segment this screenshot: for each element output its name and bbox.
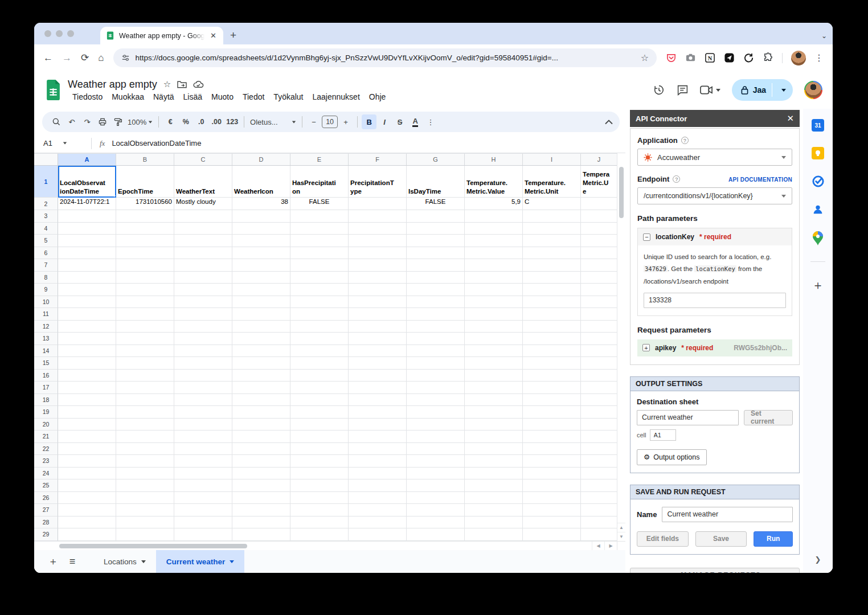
cell-H17[interactable]	[465, 382, 523, 394]
cell-H21[interactable]	[465, 430, 523, 443]
scroll-down-icon[interactable]: ▼	[617, 532, 625, 541]
edit-fields-button[interactable]: Edit fields	[637, 531, 689, 547]
cell-F22[interactable]	[349, 443, 407, 456]
column-header-F[interactable]: F	[349, 154, 407, 165]
comments-icon[interactable]	[677, 84, 689, 96]
cell-B6[interactable]	[116, 247, 174, 260]
cell-F15[interactable]	[349, 357, 407, 370]
account-avatar[interactable]	[804, 81, 822, 99]
cell-B14[interactable]	[116, 345, 174, 358]
browser-profile-avatar[interactable]	[791, 51, 806, 65]
formula-input[interactable]: LocalObservationDateTime	[112, 139, 201, 147]
cell-D3[interactable]	[232, 210, 290, 223]
cloud-status-icon[interactable]	[193, 80, 204, 88]
menu-näytä[interactable]: Näytä	[149, 92, 179, 102]
cell-D19[interactable]	[232, 406, 290, 419]
cell-B4[interactable]	[116, 223, 174, 235]
maps-icon[interactable]	[812, 231, 824, 246]
cell-G23[interactable]	[407, 455, 465, 468]
row-header-21[interactable]: 21	[34, 430, 58, 443]
row-header-14[interactable]: 14	[34, 345, 58, 358]
cell-B19[interactable]	[116, 406, 174, 419]
cell-E24[interactable]	[290, 468, 349, 480]
increase-decimals-button[interactable]: .00	[209, 114, 224, 129]
cell-J29[interactable]	[581, 528, 617, 541]
save-button[interactable]: Save	[695, 531, 747, 547]
italic-button[interactable]: I	[377, 114, 392, 129]
cell-E28[interactable]	[290, 516, 349, 529]
cell-G16[interactable]	[407, 370, 465, 382]
cell-A11[interactable]	[58, 308, 116, 321]
cell-I23[interactable]	[523, 455, 581, 468]
back-icon[interactable]: ←	[43, 53, 53, 63]
cell-E21[interactable]	[290, 430, 349, 443]
cell-D6[interactable]	[232, 247, 290, 260]
format-percent-button[interactable]: %	[178, 114, 193, 129]
toolbar-search-icon[interactable]	[49, 114, 64, 129]
minimize-window-button[interactable]	[56, 30, 63, 37]
cell-I2[interactable]: C	[523, 198, 581, 210]
cell-F8[interactable]	[349, 272, 407, 284]
cell-C5[interactable]	[174, 235, 232, 247]
cell-C20[interactable]	[174, 419, 232, 431]
cell-B8[interactable]	[116, 272, 174, 284]
cell-J16[interactable]	[581, 370, 617, 382]
move-folder-icon[interactable]	[177, 80, 187, 88]
cell-G9[interactable]	[407, 284, 465, 296]
cell-G29[interactable]	[407, 528, 465, 541]
cell-H15[interactable]	[465, 357, 523, 370]
cell-C18[interactable]	[174, 394, 232, 407]
extensions-puzzle-icon[interactable]	[763, 52, 773, 63]
cell-E18[interactable]	[290, 394, 349, 407]
cell-J28[interactable]	[581, 516, 617, 529]
version-history-icon[interactable]	[653, 84, 665, 96]
cell-F7[interactable]	[349, 259, 407, 272]
cell-B20[interactable]	[116, 419, 174, 431]
row-header-18[interactable]: 18	[34, 394, 58, 407]
cell-B9[interactable]	[116, 284, 174, 296]
tab-close-icon[interactable]: ✕	[209, 31, 218, 40]
cell-D11[interactable]	[232, 308, 290, 321]
cell-A2[interactable]: 2024-11-07T22:1	[58, 198, 116, 210]
column-header-J[interactable]: J	[581, 154, 617, 165]
column-header-C[interactable]: C	[174, 154, 232, 165]
expand-param-icon[interactable]: +	[642, 344, 650, 351]
cell-F13[interactable]	[349, 333, 407, 345]
cell-F2[interactable]	[349, 198, 407, 210]
star-document-icon[interactable]: ☆	[163, 79, 171, 89]
cell-E4[interactable]	[290, 223, 349, 235]
increase-font-size-button[interactable]: +	[338, 114, 353, 129]
cell-D7[interactable]	[232, 259, 290, 272]
cell-E2[interactable]: FALSE	[290, 198, 349, 210]
row-header-17[interactable]: 17	[34, 382, 58, 394]
name-box-caret-icon[interactable]	[63, 142, 67, 145]
row-header-13[interactable]: 13	[34, 333, 58, 345]
cell-A5[interactable]	[58, 235, 116, 247]
row-header-24[interactable]: 24	[34, 468, 58, 480]
cell-C21[interactable]	[174, 430, 232, 443]
sheet-tab-caret-icon[interactable]	[141, 560, 146, 563]
cell-B11[interactable]	[116, 308, 174, 321]
cell-E27[interactable]	[290, 504, 349, 516]
cell-D16[interactable]	[232, 370, 290, 382]
cell-B23[interactable]	[116, 455, 174, 468]
cell-C3[interactable]	[174, 210, 232, 223]
cell-E5[interactable]	[290, 235, 349, 247]
cell-I27[interactable]	[523, 504, 581, 516]
menu-tiedot[interactable]: Tiedot	[238, 92, 269, 102]
cell-D28[interactable]	[232, 516, 290, 529]
cell-H1[interactable]: Temperature. Metric.Value	[465, 166, 523, 198]
cell-D29[interactable]	[232, 528, 290, 541]
cell-E19[interactable]	[290, 406, 349, 419]
camera-extension-icon[interactable]	[685, 52, 696, 63]
add-sheet-icon[interactable]: ＋	[43, 555, 63, 568]
output-options-button[interactable]: ⚙ Output options	[637, 449, 707, 465]
help-icon[interactable]: ?	[681, 137, 689, 144]
cell-F4[interactable]	[349, 223, 407, 235]
pocket-extension-icon[interactable]	[666, 52, 677, 63]
column-header-D[interactable]: D	[232, 154, 290, 165]
cell-F17[interactable]	[349, 382, 407, 394]
cell-A27[interactable]	[58, 504, 116, 516]
row-header-8[interactable]: 8	[34, 272, 58, 284]
cell-B28[interactable]	[116, 516, 174, 529]
